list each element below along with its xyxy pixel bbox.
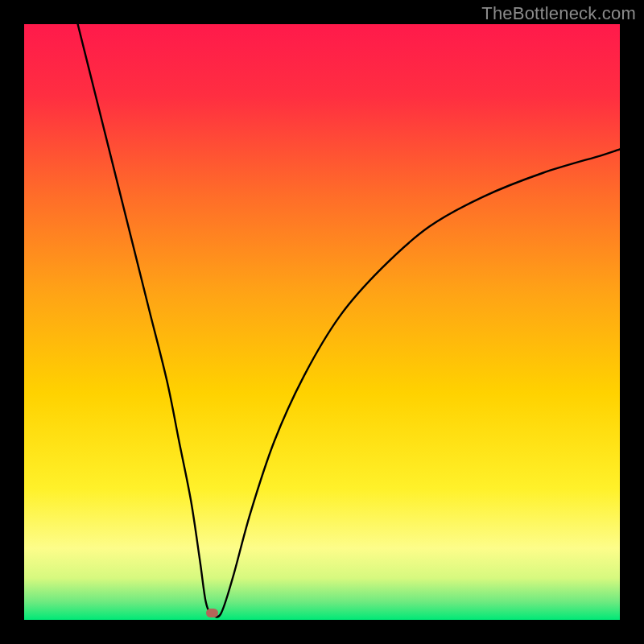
- plot-area: [24, 24, 620, 620]
- outer-frame: TheBottleneck.com: [0, 0, 644, 644]
- bottleneck-curve: [24, 24, 620, 620]
- watermark-label: TheBottleneck.com: [481, 3, 636, 24]
- optimum-marker: [206, 609, 218, 617]
